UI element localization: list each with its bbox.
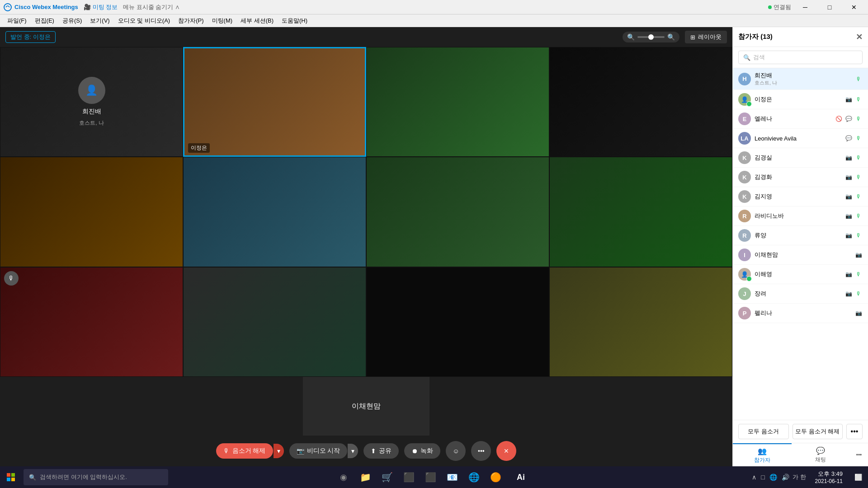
search-icon: 🔍 xyxy=(743,54,750,61)
mute-all-button[interactable]: 모두 음소거 xyxy=(738,424,789,439)
tray-expand-icon[interactable]: ∧ xyxy=(750,473,758,482)
avatar-ihaeyeong: 👤 xyxy=(738,268,751,281)
time-display[interactable]: 오후 3:49 2021-06-11 xyxy=(810,468,848,486)
mic-icon-kimgyeongshil: 🎙 xyxy=(854,154,863,162)
video-cell-9: 🎙 xyxy=(0,267,183,377)
svg-rect-4 xyxy=(11,478,15,481)
participant-item-kimgyeongshil[interactable]: K 김경실 📷 🎙 xyxy=(733,148,868,168)
taskbar-icon-mail[interactable]: 📧 xyxy=(442,466,462,488)
zoom-control[interactable]: 🔍 🔍 xyxy=(623,32,679,42)
avatar-pelina: P xyxy=(738,307,751,319)
zoom-slider[interactable] xyxy=(637,36,665,38)
tab-participants[interactable]: 👥 참가자 xyxy=(733,443,792,466)
name-jangryo: 장려 xyxy=(755,290,841,298)
zoom-out-icon[interactable]: 🔍 xyxy=(627,33,635,41)
hide-menu-btn[interactable]: 메뉴 표시줄 숨기기 ∧ xyxy=(123,3,180,11)
bottom-controls: 🎙 음소거 해제 ▾ 📷 비디오 시작 ▾ ⬆ 공유 ⏺ 녹화 xyxy=(0,436,732,466)
panel-title: 참가자 (13) xyxy=(738,33,773,41)
close-button[interactable]: ✕ xyxy=(844,0,864,14)
taskbar-icon-app2[interactable]: ⬛ xyxy=(420,466,440,488)
video-label: 비디오 시작 xyxy=(307,447,340,455)
tray-icon-volume[interactable]: 🔊 xyxy=(780,473,791,482)
taskbar-icon-explorer[interactable]: 📁 xyxy=(355,466,375,488)
menu-help[interactable]: 도움말(H) xyxy=(278,16,311,26)
video-cell-6 xyxy=(183,157,366,267)
participants-more-button[interactable]: ••• xyxy=(846,424,863,439)
notification-icon: ⬜ xyxy=(854,474,862,481)
video-button[interactable]: 📷 비디오 시작 xyxy=(289,443,348,459)
mute-button[interactable]: 🎙 음소거 해제 xyxy=(216,443,273,459)
participant-item-elena[interactable]: E 엘레나 🚫 💬 🎙 xyxy=(733,109,868,129)
participant-item-leonivieve[interactable]: LA Leonivieve Avila 💬 🎙 xyxy=(733,129,868,148)
current-date: 2021-06-11 xyxy=(815,478,843,484)
taskbar-icon-store[interactable]: 🛒 xyxy=(377,466,397,488)
menu-file[interactable]: 파일(F) xyxy=(4,16,30,26)
video-mock-10 xyxy=(184,267,366,376)
avatar-1: 👤 xyxy=(78,77,105,104)
end-call-button[interactable]: ✕ xyxy=(496,441,516,461)
zoom-in-icon[interactable]: 🔍 xyxy=(667,33,675,41)
participant-item-rabidanova[interactable]: R 라비디노바 📷 🎙 xyxy=(733,206,868,226)
icons-ryuyang: 📷 🎙 xyxy=(844,231,863,239)
cam-muted-icon-elena: 🚫 xyxy=(835,115,843,123)
panel-close-button[interactable]: ✕ xyxy=(856,32,863,42)
layout-label: 레이아웃 xyxy=(698,33,722,41)
menu-view[interactable]: 보기(V) xyxy=(86,16,113,26)
share-button[interactable]: ⬆ 공유 xyxy=(363,443,399,459)
start-button[interactable] xyxy=(0,466,22,488)
emoji-icon: ☺ xyxy=(453,447,459,455)
taskbar-center: ◉ 📁 🛒 ⬛ ⬛ 📧 🌐 🟠 Ai xyxy=(334,466,534,488)
main-content: 발언 중: 이정은 🔍 🔍 ⊞ 레이아웃 xyxy=(0,27,868,466)
panel-footer-tabs: 👥 참가자 💬 채팅 ••• xyxy=(733,443,868,466)
participant-item-heejinbae[interactable]: H 희진배 호스트, 나 🎙 xyxy=(733,68,868,90)
tray-icon-network[interactable]: 🌐 xyxy=(768,473,778,482)
cam-icon-jangryo: 📷 xyxy=(844,290,853,298)
menu-share[interactable]: 공유(S) xyxy=(59,16,85,26)
participant-item-kimjiyeong[interactable]: K 김지영 📷 🎙 xyxy=(733,187,868,206)
taskbar-icon-app1[interactable]: ⬛ xyxy=(399,466,419,488)
participant-item-kimgyeonghwa[interactable]: K 김경화 📷 🎙 xyxy=(733,168,868,187)
tray-icon-1[interactable]: □ xyxy=(760,473,766,482)
participant-item-jangryo[interactable]: J 장려 📷 🎙 xyxy=(733,284,868,304)
icons-elena: 🚫 💬 🎙 xyxy=(835,115,863,123)
participant-item-ihaeyeong[interactable]: 👤 이해영 📷 🎙 xyxy=(733,265,868,284)
participant-item-ichaehyeonmam[interactable]: I 이채현맘 📷 xyxy=(733,245,868,265)
taskbar: 🔍 검색하려면 여기에 입력하십시오. ◉ 📁 🛒 ⬛ ⬛ 📧 🌐 🟠 xyxy=(0,466,868,488)
emoji-button[interactable]: ☺ xyxy=(446,441,466,461)
menu-audio-video[interactable]: 오디오 및 비디오(A) xyxy=(114,16,174,26)
participant-item-ijeongeun[interactable]: 👤 이정은 📷 🎙 xyxy=(733,90,868,109)
participant-item-ryuyang[interactable]: R 류양 📷 🎙 xyxy=(733,226,868,245)
participant-item-pelina[interactable]: P 펠리나 📷 xyxy=(733,304,868,323)
end-icon: ✕ xyxy=(504,447,509,455)
search-input-container[interactable]: 🔍 검색 xyxy=(738,51,863,64)
unmute-all-button[interactable]: 모두 음소거 해제 xyxy=(793,424,843,439)
menu-meeting[interactable]: 미팅(M) xyxy=(208,16,236,26)
tab-more[interactable]: ••• xyxy=(850,443,868,466)
svg-point-0 xyxy=(4,4,11,11)
minimize-button[interactable]: ─ xyxy=(795,0,816,14)
meeting-info-btn[interactable]: 🎥 미팅 정보 xyxy=(84,3,118,11)
record-button[interactable]: ⏺ 녹화 xyxy=(404,443,440,459)
maximize-button[interactable]: □ xyxy=(819,0,840,14)
taskbar-icon-cortana[interactable]: ◉ xyxy=(334,466,354,488)
mute-dropdown-button[interactable]: ▾ xyxy=(274,444,284,458)
taskbar-search[interactable]: 🔍 검색하려면 여기에 입력하십시오. xyxy=(24,469,168,485)
menu-breakout[interactable]: 세부 세션(B) xyxy=(237,16,277,26)
tab-chat[interactable]: 💬 채팅 xyxy=(792,443,850,466)
more-button[interactable]: ••• xyxy=(471,441,491,461)
mic-icon-ijeongeun: 🎙 xyxy=(854,95,863,103)
video-cell-10 xyxy=(183,267,366,377)
inactive-area: 이채현맘 xyxy=(0,377,732,436)
cam-icon-kimgyeongshil: 📷 xyxy=(844,154,853,162)
menu-participants[interactable]: 참가자(P) xyxy=(175,16,207,26)
notification-button[interactable]: ⬜ xyxy=(848,466,868,488)
video-cell-4 xyxy=(549,47,732,157)
title-bar: Cisco Webex Meetings 🎥 미팅 정보 메뉴 표시줄 숨기기 … xyxy=(0,0,868,14)
tray-text-ga: 가 xyxy=(793,473,798,481)
layout-button[interactable]: ⊞ 레이아웃 xyxy=(685,31,727,43)
taskbar-icon-ie[interactable]: 🌐 xyxy=(464,466,484,488)
video-mock-7 xyxy=(367,157,549,266)
menu-edit[interactable]: 편집(E) xyxy=(31,16,58,26)
taskbar-icon-webex[interactable]: 🟠 xyxy=(486,466,505,488)
video-dropdown-button[interactable]: ▾ xyxy=(348,444,358,458)
